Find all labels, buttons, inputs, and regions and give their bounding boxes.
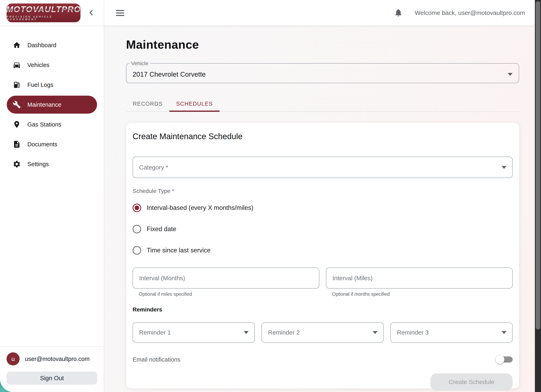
page-content: Maintenance Vehicle 2017 Chevrolet Corve… [104, 26, 541, 392]
logo-title: MOTOVAULTPRO [6, 5, 81, 14]
sidebar-item-vehicles[interactable]: Vehicles [7, 56, 97, 74]
vehicle-select-value: 2017 Chevrolet Corvette [133, 71, 206, 78]
sidebar-item-settings[interactable]: Settings [7, 155, 97, 173]
sidebar-item-label: Settings [27, 161, 49, 167]
reminder-1-select[interactable]: Reminder 1 [133, 322, 255, 343]
hamburger-menu-button[interactable] [116, 7, 127, 19]
reminder-3-select[interactable]: Reminder 3 [390, 322, 513, 343]
sign-out-button[interactable]: Sign Out [6, 371, 97, 385]
sidebar-item-label: Vehicles [27, 62, 49, 68]
chevron-down-icon [502, 331, 506, 334]
chevron-down-icon [502, 166, 506, 169]
reminder-2-select[interactable]: Reminder 2 [261, 322, 384, 343]
sidebar-item-maintenance[interactable]: Maintenance [7, 96, 97, 114]
interval-miles-group: Optional if months specified [326, 267, 513, 297]
sidebar-spacer [0, 175, 104, 346]
chevron-down-icon [508, 73, 513, 76]
schedule-type-label: Schedule Type * [133, 188, 513, 194]
sidebar-item-documents[interactable]: Documents [7, 135, 97, 153]
fuel-pump-icon [13, 81, 21, 89]
sidebar-item-label: Gas Stations [27, 121, 61, 128]
page-scrollbar[interactable] [535, 0, 541, 392]
chevron-down-icon [373, 331, 378, 334]
topbar: Welcome back, user@motovaultpro.com [104, 0, 541, 26]
sidebar-collapse-button[interactable] [85, 7, 97, 19]
radio-unselected-icon [133, 225, 141, 233]
map-pin-icon [13, 120, 21, 129]
interval-miles-helper: Optional if months specified [332, 292, 513, 297]
logo-tagline: PRECISION VEHICLE MANAGEMENT [6, 15, 80, 21]
radio-unselected-icon [133, 246, 141, 255]
car-icon [13, 61, 21, 69]
gear-icon [13, 160, 21, 168]
chevron-left-icon [87, 8, 96, 18]
email-notifications-toggle[interactable] [495, 355, 513, 364]
sidebar-user-block: u user@motovaultpro.com Sign Out [0, 346, 104, 392]
interval-row: Optional if miles specified Optional if … [133, 267, 513, 297]
card-title: Create Maintenance Schedule [133, 132, 513, 141]
radio-fixed-date[interactable]: Fixed date [133, 219, 513, 240]
bell-icon [394, 8, 403, 18]
topbar-right: Welcome back, user@motovaultpro.com [393, 7, 525, 19]
sidebar-nav: Dashboard Vehicles Fuel Logs Maintenance [0, 36, 104, 175]
vehicle-select-value-row: 2017 Chevrolet Corvette [126, 66, 519, 83]
user-email: user@motovaultpro.com [25, 356, 89, 362]
sidebar: MOTOVAULTPRO PRECISION VEHICLE MANAGEMEN… [0, 0, 104, 392]
app-logo: MOTOVAULTPRO PRECISION VEHICLE MANAGEMEN… [6, 4, 80, 22]
email-notifications-label: Email notifications [133, 356, 180, 363]
main-area: Welcome back, user@motovaultpro.com Main… [104, 0, 541, 392]
create-schedule-card: Create Maintenance Schedule Category * S… [126, 123, 519, 388]
welcome-text: Welcome back, user@motovaultpro.com [415, 9, 525, 16]
radio-interval-based[interactable]: Interval-based (every X months/miles) [133, 197, 513, 219]
user-row: u user@motovaultpro.com [6, 352, 97, 366]
radio-selected-icon [133, 204, 141, 212]
email-notifications-row: Email notifications [133, 355, 513, 364]
interval-months-input[interactable] [133, 267, 319, 289]
interval-miles-input[interactable] [326, 267, 513, 289]
sidebar-item-fuel-logs[interactable]: Fuel Logs [7, 76, 97, 94]
interval-months-helper: Optional if miles specified [139, 292, 319, 297]
chevron-down-icon [244, 331, 249, 334]
page-title: Maintenance [126, 38, 519, 51]
scrollbar-thumb[interactable] [536, 1, 540, 329]
submit-row: Create Schedule [133, 373, 513, 391]
reminders-row: Reminder 1 Reminder 2 Reminder 3 [133, 322, 513, 343]
avatar: u [6, 352, 20, 366]
create-schedule-button[interactable]: Create Schedule [431, 373, 513, 391]
radio-time-since-last-service[interactable]: Time since last service [133, 240, 513, 261]
document-icon [13, 140, 21, 148]
wrench-icon [13, 100, 21, 109]
sidebar-item-label: Maintenance [27, 101, 61, 108]
tab-schedules[interactable]: SCHEDULES [169, 96, 219, 111]
hamburger-icon [116, 10, 124, 11]
sidebar-item-gas-stations[interactable]: Gas Stations [7, 115, 97, 133]
notifications-bell-button[interactable] [393, 7, 404, 19]
interval-months-group: Optional if miles specified [133, 267, 319, 297]
sidebar-item-label: Dashboard [27, 42, 56, 49]
vehicle-select[interactable]: Vehicle 2017 Chevrolet Corvette [126, 61, 519, 83]
toggle-thumb [495, 355, 505, 364]
category-select[interactable]: Category * [133, 157, 513, 178]
sidebar-item-dashboard[interactable]: Dashboard [7, 36, 97, 54]
category-select-label: Category * [139, 164, 168, 171]
sidebar-item-label: Fuel Logs [27, 82, 53, 88]
tab-records[interactable]: RECORDS [126, 96, 169, 111]
home-icon [13, 41, 21, 49]
reminders-section-label: Reminders [133, 306, 513, 313]
sidebar-header: MOTOVAULTPRO PRECISION VEHICLE MANAGEMEN… [0, 0, 104, 26]
tab-bar: RECORDS SCHEDULES [126, 96, 519, 112]
schedule-type-radio-group: Interval-based (every X months/miles) Fi… [133, 197, 513, 261]
vehicle-select-label: Vehicle [129, 61, 150, 66]
sidebar-item-label: Documents [27, 141, 57, 148]
app-window: MOTOVAULTPRO PRECISION VEHICLE MANAGEMEN… [0, 0, 541, 392]
